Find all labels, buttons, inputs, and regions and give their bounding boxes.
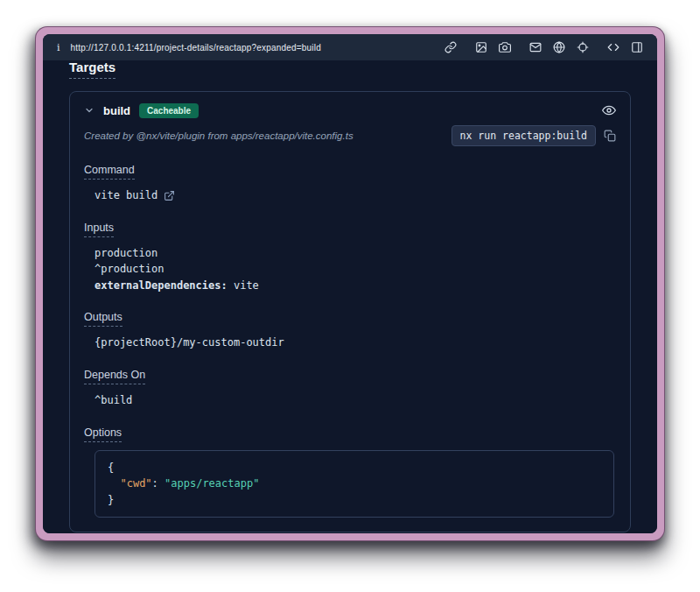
input-item-external-deps: externalDependencies: vite <box>94 278 616 294</box>
cacheable-badge: Cacheable <box>139 103 199 118</box>
url-bar[interactable]: http://127.0.0.1:4211/project-details/re… <box>71 43 321 53</box>
inputs-label: Inputs <box>84 222 114 237</box>
outputs-section: Outputs {projectRoot}/my-custom-outdir <box>84 308 616 351</box>
build-subheader: Created by @nx/vite/plugin from apps/rea… <box>84 125 616 146</box>
camera-icon <box>499 41 511 53</box>
info-label: i <box>57 42 60 53</box>
options-json: { "cwd": "apps/reactapp" } <box>108 460 601 509</box>
targets-heading: Targets <box>69 60 116 79</box>
share-link-button[interactable] <box>444 41 457 53</box>
options-section: Options { "cwd": "apps/reactapp" } <box>84 424 616 518</box>
inputs-section: Inputs production ^production externalDe… <box>84 219 616 294</box>
crosshair-icon <box>577 41 589 53</box>
build-header[interactable]: build Cacheable <box>84 101 616 120</box>
depends-on-item: ^build <box>94 392 616 409</box>
eye-icon <box>602 103 616 117</box>
options-label: Options <box>84 426 122 442</box>
crosshair-button[interactable] <box>577 41 589 53</box>
link-icon <box>444 41 457 53</box>
chevron-down-icon[interactable] <box>84 105 94 116</box>
open-terminal-button[interactable] <box>164 190 175 201</box>
input-item: production <box>94 245 616 262</box>
camera-button[interactable] <box>499 41 511 53</box>
copy-command-button[interactable] <box>604 130 616 142</box>
command-label: Command <box>84 164 135 180</box>
panel-toggle-button[interactable] <box>631 41 643 53</box>
external-link-icon <box>164 190 175 201</box>
json-value-cwd: "apps/reactapp" <box>164 477 259 490</box>
target-card-build: build Cacheable Created by @nx/vite/plug… <box>69 91 631 532</box>
screenshot-button[interactable] <box>475 41 487 53</box>
run-command-chip: nx run reactapp:build <box>452 125 596 146</box>
external-deps-value: vite <box>228 279 259 292</box>
globe-button[interactable] <box>553 41 565 53</box>
depends-on-label: Depends On <box>84 369 145 384</box>
command-value: vite build <box>94 187 158 204</box>
mail-icon <box>529 41 542 53</box>
code-icon <box>607 41 620 53</box>
window-inner: i http://127.0.0.1:4211/project-details/… <box>43 34 657 533</box>
run-command-group: nx run reactapp:build <box>452 125 616 146</box>
image-icon <box>475 41 487 53</box>
outputs-label: Outputs <box>84 311 122 327</box>
depends-on-section: Depends On ^build <box>84 366 616 409</box>
desktop-background: i http://127.0.0.1:4211/project-details/… <box>0 0 700 592</box>
input-item: ^production <box>94 261 616 278</box>
mail-button[interactable] <box>529 41 542 53</box>
output-item: {projectRoot}/my-custom-outdir <box>94 335 616 351</box>
json-key-cwd: "cwd" <box>120 477 151 490</box>
focus-target-button[interactable] <box>602 103 616 117</box>
titlebar: i http://127.0.0.1:4211/project-details/… <box>43 34 657 60</box>
globe-icon <box>553 41 565 53</box>
project-details-panel: Targets build Cacheable Creat <box>43 60 657 533</box>
code-button[interactable] <box>607 41 620 53</box>
panel-icon <box>631 41 643 53</box>
page-title: Targets <box>69 60 631 79</box>
created-by-note: Created by @nx/vite/plugin from apps/rea… <box>84 130 354 141</box>
command-section: Command vite build <box>84 161 616 204</box>
external-deps-key: externalDependencies: <box>94 279 228 292</box>
app-window: i http://127.0.0.1:4211/project-details/… <box>35 26 665 541</box>
options-code-block: { "cwd": "apps/reactapp" } <box>94 450 614 518</box>
target-name-build[interactable]: build <box>103 104 130 117</box>
titlebar-actions <box>444 41 643 53</box>
copy-icon <box>604 130 616 142</box>
